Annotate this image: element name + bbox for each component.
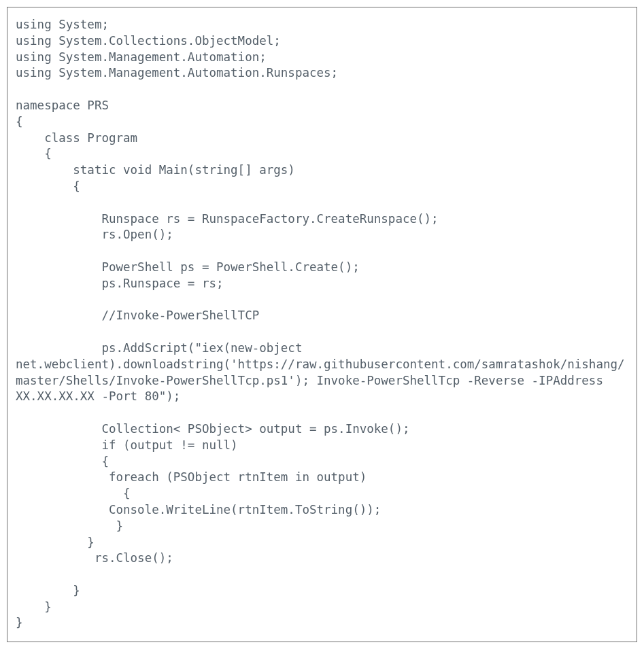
code-block: using System; using System.Collections.O… xyxy=(16,17,628,631)
page-frame: using System; using System.Collections.O… xyxy=(0,0,644,649)
code-box: using System; using System.Collections.O… xyxy=(7,7,637,642)
